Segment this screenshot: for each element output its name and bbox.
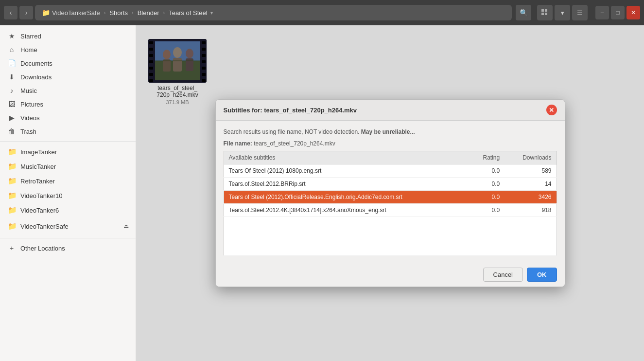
breadcrumb-item-tears[interactable]: Tears of Steel ▾ bbox=[166, 8, 216, 18]
folder-imagetanker-icon: 📁 bbox=[8, 147, 16, 156]
sidebar-item-documents[interactable]: 📄 Documents bbox=[0, 56, 136, 70]
sidebar-imagetanker-label: ImageTanker bbox=[20, 148, 57, 156]
subtitle-rating: 0.0 bbox=[469, 191, 505, 204]
breadcrumb-item-root[interactable]: 📁 VideoTankerSafe bbox=[39, 8, 103, 18]
col-rating: Rating bbox=[469, 151, 505, 164]
subtitle-row-1[interactable]: Tears.of.Steel.2012.BRRip.srt 0.0 14 bbox=[224, 178, 557, 191]
documents-icon: 📄 bbox=[8, 59, 16, 67]
sidebar-videotanker10-label: VideoTanker10 bbox=[20, 192, 63, 199]
downloads-icon: ⬇ bbox=[8, 73, 16, 81]
sidebar-item-trash[interactable]: 🗑 Trash bbox=[0, 125, 136, 138]
sidebar-item-downloads[interactable]: ⬇ Downloads bbox=[0, 70, 136, 84]
svg-rect-1 bbox=[545, 9, 547, 12]
file-view: tears_of_steel_ 720p_h264.mkv 371.9 MB S… bbox=[136, 25, 644, 361]
folder-vt10-icon: 📁 bbox=[8, 191, 16, 200]
subtitle-rating: 0.0 bbox=[469, 164, 505, 178]
subtitle-rating: 0.0 bbox=[469, 204, 505, 217]
sidebar-item-other-locations[interactable]: + Other Locations bbox=[0, 241, 136, 255]
subtitle-spacer-row bbox=[224, 217, 557, 256]
dialog-overlay: Subtitles for: tears_of_steel_720p_h264.… bbox=[136, 25, 644, 361]
breadcrumb-item-shorts[interactable]: Shorts bbox=[106, 8, 131, 18]
back-button[interactable]: ‹ bbox=[4, 6, 17, 19]
sidebar-item-retrotanker[interactable]: 📁 RetroTanker bbox=[0, 174, 136, 188]
sidebar-item-videotankersafe[interactable]: 📁 VideoTankerSafe ⏏ bbox=[0, 217, 136, 235]
dialog-info-text: Search results using file name, NOT vide… bbox=[224, 127, 557, 136]
dialog-close-button[interactable]: ✕ bbox=[546, 105, 557, 115]
eject-button[interactable]: ⏏ bbox=[120, 220, 132, 232]
col-downloads: Downloads bbox=[505, 151, 557, 164]
subtitle-name: Tears of Steel (2012).OfficialRelease.En… bbox=[224, 191, 469, 204]
folder-retrotanker-icon: 📁 bbox=[8, 177, 16, 185]
breadcrumb-shorts-label: Shorts bbox=[109, 9, 128, 17]
search-button[interactable]: 🔍 bbox=[516, 5, 531, 20]
folder-icon: 📁 bbox=[42, 9, 50, 17]
subtitle-row-3[interactable]: Tears.of.Steel.2012.4K.[3840x1714].x264.… bbox=[224, 204, 557, 217]
ok-button[interactable]: OK bbox=[527, 268, 557, 282]
window-controls: ▾ ☰ bbox=[537, 5, 588, 20]
breadcrumb-sep-1: › bbox=[104, 10, 106, 16]
maximize-button[interactable]: □ bbox=[611, 6, 625, 19]
sidebar-downloads-label: Downloads bbox=[20, 73, 52, 81]
breadcrumb-root-label: VideoTankerSafe bbox=[52, 9, 100, 17]
forward-button[interactable]: › bbox=[19, 6, 33, 19]
sidebar-item-videotanker10[interactable]: 📁 VideoTanker10 bbox=[0, 188, 136, 203]
subtitle-table: Available subtitles Rating Downloads Tea… bbox=[224, 151, 557, 256]
sidebar: ★ Starred ⌂ Home 📄 Documents ⬇ Downloads… bbox=[0, 25, 136, 361]
sidebar-item-home[interactable]: ⌂ Home bbox=[0, 43, 136, 56]
sidebar-item-musictanker[interactable]: 📁 MusicTanker bbox=[0, 159, 136, 174]
main-content: ★ Starred ⌂ Home 📄 Documents ⬇ Downloads… bbox=[0, 25, 644, 361]
sidebar-videotankersafe-label: VideoTankerSafe bbox=[20, 223, 69, 230]
grid-icon bbox=[541, 9, 548, 16]
minimize-button[interactable]: – bbox=[595, 6, 609, 19]
sidebar-item-videos[interactable]: ▶ Videos bbox=[0, 111, 136, 125]
subtitle-downloads: 14 bbox=[505, 178, 557, 191]
folder-musictanker-icon: 📁 bbox=[8, 162, 16, 171]
sidebar-musictanker-label: MusicTanker bbox=[20, 163, 56, 170]
dialog-titlebar: Subtitles for: tears_of_steel_720p_h264.… bbox=[216, 100, 565, 121]
dialog-title: Subtitles for: tears_of_steel_720p_h264.… bbox=[224, 107, 357, 114]
subtitle-row-0[interactable]: Tears Of Steel (2012) 1080p.eng.srt 0.0 … bbox=[224, 164, 557, 178]
dialog-body: Search results using file name, NOT vide… bbox=[216, 121, 565, 263]
breadcrumb-item-blender[interactable]: Blender bbox=[135, 8, 162, 18]
subtitle-downloads: 918 bbox=[505, 204, 557, 217]
sidebar-videotanker6-label: VideoTanker6 bbox=[20, 207, 59, 214]
titlebar: ‹ › 📁 VideoTankerSafe › Shorts › Blender… bbox=[0, 0, 644, 25]
breadcrumb-dropdown-icon: ▾ bbox=[210, 10, 213, 16]
sidebar-item-imagetanker[interactable]: 📁 ImageTanker bbox=[0, 144, 136, 159]
subtitle-dialog: Subtitles for: tears_of_steel_720p_h264.… bbox=[215, 99, 565, 287]
col-subtitle: Available subtitles bbox=[224, 151, 469, 164]
sidebar-other-locations-label: Other Locations bbox=[20, 245, 65, 252]
sidebar-divider-2 bbox=[0, 238, 136, 238]
breadcrumb-blender-label: Blender bbox=[138, 9, 159, 17]
sidebar-item-videotanker6[interactable]: 📁 VideoTanker6 bbox=[0, 203, 136, 217]
sidebar-item-music[interactable]: ♪ Music bbox=[0, 84, 136, 97]
close-button[interactable]: ✕ bbox=[627, 6, 640, 19]
videos-icon: ▶ bbox=[8, 114, 16, 122]
breadcrumb-sep-3: › bbox=[163, 10, 165, 16]
subtitle-rating: 0.0 bbox=[469, 178, 505, 191]
svg-rect-0 bbox=[541, 9, 544, 12]
sidebar-documents-label: Documents bbox=[20, 60, 52, 67]
pictures-icon: 🖼 bbox=[8, 100, 16, 108]
sidebar-starred-label: Starred bbox=[20, 33, 41, 40]
sidebar-pictures-label: Pictures bbox=[20, 101, 43, 108]
view-dropdown-button[interactable]: ▾ bbox=[555, 5, 570, 20]
cancel-button[interactable]: Cancel bbox=[483, 268, 523, 282]
dialog-search-info: Search results using file name, NOT vide… bbox=[224, 128, 360, 135]
dialog-filename-line: File name: tears_of_steel_720p_h264.mkv bbox=[224, 139, 557, 148]
sidebar-home-label: Home bbox=[20, 46, 37, 54]
subtitle-downloads: 3426 bbox=[505, 191, 557, 204]
subtitle-downloads: 589 bbox=[505, 164, 557, 178]
sidebar-item-starred[interactable]: ★ Starred bbox=[0, 29, 136, 43]
subtitle-row-2[interactable]: Tears of Steel (2012).OfficialRelease.En… bbox=[224, 191, 557, 204]
dialog-filename-label: File name: bbox=[224, 140, 252, 147]
breadcrumb-tears-label: Tears of Steel bbox=[169, 9, 208, 17]
sidebar-item-pictures[interactable]: 🖼 Pictures bbox=[0, 97, 136, 111]
folder-vt6-icon: 📁 bbox=[8, 206, 16, 215]
view-icons-button[interactable] bbox=[537, 5, 553, 20]
sidebar-divider-1 bbox=[0, 141, 136, 142]
subtitle-name: Tears.of.Steel.2012.BRRip.srt bbox=[224, 178, 469, 191]
subtitle-name: Tears.of.Steel.2012.4K.[3840x1714].x264.… bbox=[224, 204, 469, 217]
view-list-button[interactable]: ☰ bbox=[572, 5, 588, 20]
file-manager-window: ‹ › 📁 VideoTankerSafe › Shorts › Blender… bbox=[0, 0, 644, 361]
